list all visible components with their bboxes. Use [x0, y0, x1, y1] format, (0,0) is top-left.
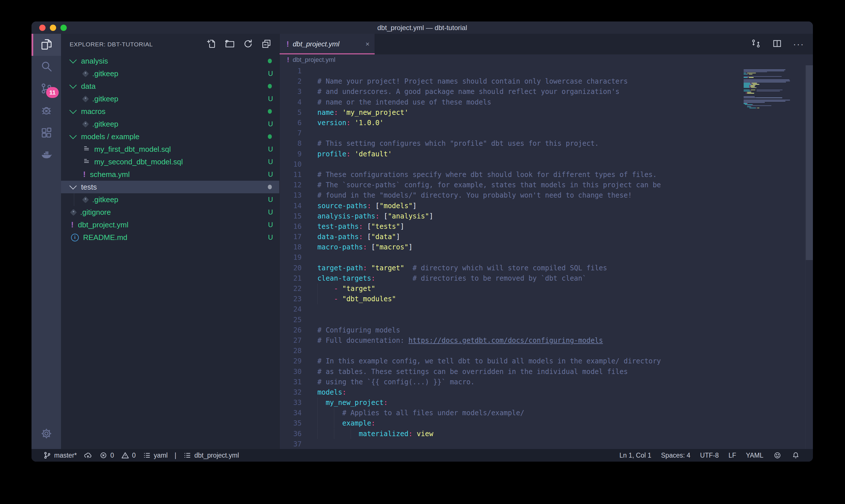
code-line[interactable]: 1	[280, 66, 741, 76]
new-folder-icon[interactable]	[224, 38, 235, 50]
activity-item-docker[interactable]	[32, 144, 61, 166]
tree-item--gitkeep[interactable]: .gitkeepU	[61, 193, 279, 206]
activity-item-explorer[interactable]	[32, 34, 61, 56]
status-item-encoding[interactable]: UTF-8	[695, 452, 723, 459]
status-item-active-file-outline[interactable]: dbt_project.yml	[180, 451, 242, 460]
tree-item-tests[interactable]: tests	[61, 181, 279, 193]
code-line[interactable]: 23 - "dbt_modules"	[280, 294, 741, 304]
split-editor-icon[interactable]	[772, 38, 782, 50]
tree-item-models-example[interactable]: models / example	[61, 130, 279, 143]
status-item-feedback[interactable]	[768, 451, 787, 460]
code-line[interactable]: 18macro-paths: ["macros"]	[280, 242, 741, 252]
status-item-sync-changes[interactable]	[80, 451, 96, 460]
refresh-icon[interactable]	[242, 38, 253, 50]
tree-item--gitignore[interactable]: .gitignoreU	[61, 206, 279, 218]
code-line[interactable]: 4# name or the intended use of these mod…	[280, 97, 741, 107]
code-text: profile: 'default'	[317, 150, 392, 158]
status-item-notifications[interactable]	[787, 451, 805, 460]
breadcrumb[interactable]: ! dbt_project.yml	[280, 54, 813, 65]
code-line[interactable]: 19	[280, 252, 741, 263]
code-line[interactable]: 11# These configurations specify where d…	[280, 169, 741, 180]
minimize-window-button[interactable]	[50, 25, 56, 31]
tree-item-readme-md[interactable]: iREADME.mdU	[61, 231, 279, 244]
tree-item--gitkeep[interactable]: .gitkeepU	[61, 92, 279, 105]
code-line[interactable]: 36 materialized: view	[280, 429, 741, 439]
code-editor[interactable]: 12# Name your project! Project names sho…	[280, 65, 813, 449]
code-line[interactable]: 20target-path: "target" # directory whic…	[280, 263, 741, 273]
new-file-icon[interactable]	[206, 38, 217, 50]
code-line[interactable]: 9profile: 'default'	[280, 149, 741, 159]
activity-item-source-control[interactable]: 11	[32, 78, 61, 100]
tree-item--gitkeep[interactable]: .gitkeepU	[61, 118, 279, 130]
code-line[interactable]: 3# and underscores. A good package name …	[280, 87, 741, 97]
status-item-eol-sequence[interactable]: LF	[723, 452, 741, 459]
minimap-line	[747, 107, 751, 107]
code-line[interactable]: 24	[280, 304, 741, 314]
tree-item-schema-yml[interactable]: !schema.ymlU	[61, 168, 279, 181]
tree-item-label: .gitkeep	[92, 69, 118, 78]
zoom-window-button[interactable]	[60, 25, 67, 31]
code-line[interactable]: 5name: 'my_new_project'	[280, 107, 741, 118]
code-line[interactable]: 2# Name your project! Project names shou…	[280, 76, 741, 87]
code-line[interactable]: 8# This setting configures which "profil…	[280, 138, 741, 149]
code-line[interactable]: 17data-paths: ["data"]	[280, 232, 741, 242]
activity-item-extensions[interactable]	[32, 122, 61, 144]
status-item-errors[interactable]: 0	[96, 451, 118, 460]
titlebar[interactable]: dbt_project.yml — dbt-tutorial	[32, 21, 813, 34]
code-line[interactable]: 30# as tables. These settings can be ove…	[280, 366, 741, 377]
status-item-language-outline[interactable]: yaml	[139, 451, 171, 460]
scrollbar-thumb[interactable]	[806, 65, 813, 260]
activity-item-settings[interactable]	[32, 423, 61, 445]
code-line[interactable]: 15analysis-paths: ["analysis"]	[280, 211, 741, 221]
code-line[interactable]: 22 - "target"	[280, 284, 741, 294]
more-actions-icon[interactable]: ···	[793, 39, 804, 49]
git-status-dot	[268, 109, 272, 114]
list-icon	[143, 451, 151, 460]
code-line[interactable]: 35 example:	[280, 418, 741, 428]
code-line[interactable]: 28	[280, 346, 741, 356]
code-line[interactable]: 21clean-targets: # directories to be rem…	[280, 273, 741, 284]
line-number: 29	[280, 357, 302, 365]
code-line[interactable]: 7	[280, 128, 741, 138]
status-item-cursor-position[interactable]: Ln 1, Col 1	[615, 452, 656, 459]
code-line[interactable]: 25	[280, 315, 741, 325]
tree-item-macros[interactable]: macros	[61, 105, 279, 118]
tree-item-dbt-project-yml[interactable]: !dbt_project.ymlU	[61, 218, 279, 231]
code-line[interactable]: 14source-paths: ["models"]	[280, 200, 741, 211]
activity-item-search[interactable]	[32, 56, 61, 78]
collapse-all-icon[interactable]	[261, 38, 272, 50]
status-item-git-branch[interactable]: master*	[39, 451, 80, 460]
status-item-label: |	[175, 452, 176, 459]
code-line[interactable]: 6version: '1.0.0'	[280, 118, 741, 128]
code-line[interactable]: 10	[280, 159, 741, 169]
code-line[interactable]: 27# Full documentation: https://docs.get…	[280, 335, 741, 346]
code-line[interactable]: 34 # Applies to all files under models/e…	[280, 408, 741, 418]
editor-scrollbar[interactable]	[805, 65, 813, 449]
tree-item-my-first-dbt-model-sql[interactable]: my_first_dbt_model.sqlU	[61, 143, 279, 156]
tree-item-my-second-dbt-model-sql[interactable]: my_second_dbt_model.sqlU	[61, 156, 279, 168]
minimap-line	[743, 70, 784, 71]
tree-item-data[interactable]: data	[61, 80, 279, 92]
code-line[interactable]: 13# found in the "models/" directory. Yo…	[280, 190, 741, 200]
code-line[interactable]: 32models:	[280, 387, 741, 397]
code-line[interactable]: 16test-paths: ["tests"]	[280, 221, 741, 232]
code-line[interactable]: 29# In this example config, we tell dbt …	[280, 356, 741, 366]
activity-item-run-debug[interactable]	[32, 100, 61, 122]
tree-item-analysis[interactable]: analysis	[61, 55, 279, 67]
close-window-button[interactable]	[39, 25, 46, 31]
code-line[interactable]: 31# using the `{{ config(...) }}` macro.	[280, 377, 741, 387]
status-item-indentation[interactable]: Spaces: 4	[656, 452, 695, 459]
status-item-warnings[interactable]: 0	[118, 451, 139, 460]
code-text: macro-paths: ["macros"]	[317, 243, 412, 251]
close-tab-icon[interactable]: ×	[365, 40, 370, 48]
code-line[interactable]: 37	[280, 439, 741, 449]
tree-item--gitkeep[interactable]: .gitkeepU	[61, 67, 279, 80]
tab-dbt-project-yml[interactable]: ! dbt_project.yml ×	[280, 34, 375, 54]
code-line[interactable]: 12# The `source-paths` config, for examp…	[280, 180, 741, 190]
code-line[interactable]: 26# Configuring models	[280, 325, 741, 335]
status-item-language-mode[interactable]: YAML	[741, 452, 768, 459]
minimap[interactable]	[742, 68, 806, 449]
compare-changes-icon[interactable]	[751, 38, 761, 50]
code-line[interactable]: 33 my_new_project:	[280, 397, 741, 408]
line-number: 15	[280, 212, 302, 220]
